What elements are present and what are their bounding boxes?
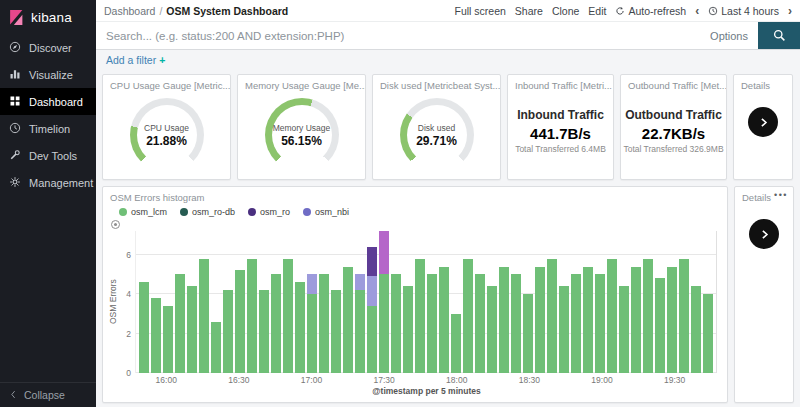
inbound-value: 441.7B/s: [530, 125, 591, 142]
kibana-logo[interactable]: kibana: [0, 0, 96, 34]
add-filter-plus-icon[interactable]: +: [159, 54, 165, 66]
histogram-bar[interactable]: [223, 231, 233, 373]
histogram-bar[interactable]: [559, 231, 569, 373]
histogram-bar[interactable]: [523, 231, 533, 373]
time-forward-chevron[interactable]: ›: [788, 5, 792, 17]
histogram-bar[interactable]: [475, 231, 485, 373]
histogram-bar[interactable]: [175, 231, 185, 373]
histogram-bar[interactable]: [151, 231, 161, 373]
sidebar-item-visualize[interactable]: Visualize: [0, 61, 96, 88]
sidebar-item-dashboard[interactable]: Dashboard: [0, 88, 96, 115]
histogram-bar[interactable]: [451, 231, 461, 373]
search-bar: Options: [96, 21, 800, 50]
full-screen-button[interactable]: Full screen: [455, 5, 506, 17]
panel-title: Details: [734, 75, 792, 91]
histogram-bar[interactable]: [379, 231, 389, 373]
histogram-bar[interactable]: [295, 231, 305, 373]
clock-icon: [708, 6, 718, 16]
share-button[interactable]: Share: [515, 5, 543, 17]
histogram-bar[interactable]: [403, 231, 413, 373]
dashboard-grid-icon: [9, 95, 21, 109]
sidebar-item-label: Timelion: [29, 123, 70, 135]
histogram-bar[interactable]: [679, 231, 689, 373]
legend-item[interactable]: osm_ro: [248, 207, 290, 217]
sidebar-item-discover[interactable]: Discover: [0, 34, 96, 61]
histogram-bar[interactable]: [655, 231, 665, 373]
dashboard-row-1: CPU Usage Gauge [Metric... CPU Usage 21.…: [102, 74, 794, 180]
histogram-bar[interactable]: [607, 231, 617, 373]
auto-refresh-button[interactable]: Auto-refresh: [615, 5, 686, 17]
add-filter-link[interactable]: Add a filter: [106, 54, 156, 66]
search-options-link[interactable]: Options: [700, 30, 758, 42]
histogram-bar[interactable]: [247, 231, 257, 373]
histogram-bar[interactable]: [343, 231, 353, 373]
histogram-bar[interactable]: [619, 231, 629, 373]
histogram-bar[interactable]: [487, 231, 497, 373]
outbound-value: 22.7KB/s: [642, 125, 705, 142]
histogram-bar[interactable]: [319, 231, 329, 373]
histogram-bar[interactable]: [643, 231, 653, 373]
histogram-bar[interactable]: [331, 231, 341, 373]
histogram-bar[interactable]: [187, 231, 197, 373]
panel-memory-gauge: Memory Usage Gauge [Me... Memory Usage 5…: [237, 74, 366, 180]
histogram-bar[interactable]: [355, 231, 365, 373]
histogram-bar[interactable]: [391, 231, 401, 373]
histogram-bar[interactable]: [703, 231, 713, 373]
histogram-bar[interactable]: [235, 231, 245, 373]
histogram-bar[interactable]: [439, 231, 449, 373]
histogram-bar[interactable]: [595, 231, 605, 373]
histogram-bar[interactable]: [631, 231, 641, 373]
edit-button[interactable]: Edit: [588, 5, 606, 17]
sidebar-item-management[interactable]: Management: [0, 169, 96, 196]
panel-details-1: Details: [733, 74, 793, 180]
histogram-bar[interactable]: [271, 231, 281, 373]
histogram-bar[interactable]: [283, 231, 293, 373]
sidebar-item-label: Discover: [29, 42, 72, 54]
legend-item[interactable]: osm_nbi: [303, 207, 349, 217]
panel-title: CPU Usage Gauge [Metric...: [103, 75, 230, 91]
panel-outbound-traffic: Outbound Traffic [Met... Outbound Traffi…: [620, 74, 727, 180]
histogram-bar[interactable]: [427, 231, 437, 373]
panel-osm-errors-histogram: OSM Errors histogram osm_lcmosm_ro-dbosm…: [102, 186, 728, 403]
sidebar-collapse-button[interactable]: Collapse: [0, 382, 96, 407]
time-back-chevron[interactable]: ‹: [695, 5, 699, 17]
search-submit-button[interactable]: [758, 22, 800, 49]
histogram-bar[interactable]: [139, 231, 149, 373]
panel-menu-icon[interactable]: •••: [774, 190, 788, 200]
search-input[interactable]: [96, 22, 700, 49]
legend-item[interactable]: osm_ro-db: [180, 207, 235, 217]
top-navbar: Dashboard / OSM System Dashboard Full sc…: [96, 0, 800, 21]
histogram-bar[interactable]: [415, 231, 425, 373]
refresh-icon: [615, 6, 625, 16]
histogram-bar[interactable]: [259, 231, 269, 373]
histogram-bar[interactable]: [499, 231, 509, 373]
histogram-bar[interactable]: [691, 231, 701, 373]
legend-item[interactable]: osm_lcm: [119, 207, 167, 217]
breadcrumb-dashboard[interactable]: Dashboard: [104, 5, 155, 17]
histogram-bar[interactable]: [535, 231, 545, 373]
histogram-bar[interactable]: [307, 231, 317, 373]
reset-zoom-icon[interactable]: [111, 220, 120, 229]
sidebar-item-timelion[interactable]: Timelion: [0, 115, 96, 142]
histogram-bar[interactable]: [511, 231, 521, 373]
memory-gauge: Memory Usage 56.15%: [265, 98, 339, 172]
legend-dot: [248, 208, 256, 216]
sidebar-item-devtools[interactable]: Dev Tools: [0, 142, 96, 169]
histogram-bar[interactable]: [463, 231, 473, 373]
histogram-bar[interactable]: [583, 231, 593, 373]
histogram-bar[interactable]: [199, 231, 209, 373]
details-expand-button[interactable]: [748, 107, 778, 137]
details-expand-button[interactable]: [749, 219, 779, 249]
histogram-bar[interactable]: [367, 231, 377, 373]
cpu-gauge: CPU Usage 21.88%: [130, 98, 204, 172]
time-range-picker[interactable]: Last 4 hours: [708, 5, 779, 17]
histogram-bar[interactable]: [163, 231, 173, 373]
legend-dot: [303, 208, 311, 216]
histogram-bar[interactable]: [547, 231, 557, 373]
x-axis: 16:0016:3017:0017:3018:0018:3019:0019:30: [136, 373, 717, 386]
histogram-bar[interactable]: [571, 231, 581, 373]
histogram-bar[interactable]: [211, 231, 221, 373]
clone-button[interactable]: Clone: [552, 5, 579, 17]
histogram-bar[interactable]: [667, 231, 677, 373]
disk-gauge-label: Disk used: [418, 123, 455, 133]
